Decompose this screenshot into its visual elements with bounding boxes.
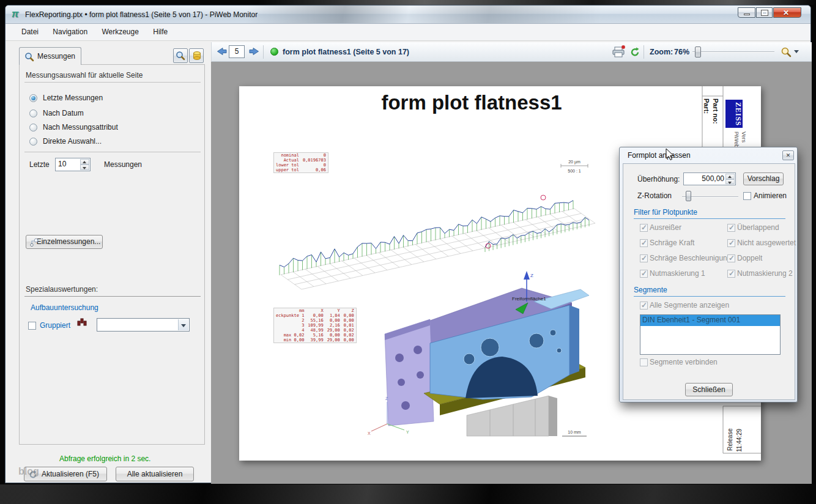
formplot-dialog[interactable]: Formplot anpassen ✕ Überhöhung: 500,00 V… [619, 147, 798, 402]
zoom-label: Zoom: [650, 48, 673, 56]
divider [24, 296, 201, 297]
grouped-checkbox[interactable] [28, 322, 36, 330]
spin-down-icon[interactable] [725, 179, 735, 185]
page-status-icon [270, 48, 278, 56]
current-page-title: form plot flatness1 (Seite 5 von 17) [283, 48, 409, 56]
database-button[interactable] [189, 48, 204, 63]
menu-datei[interactable]: Datei [15, 24, 45, 41]
maximize-icon [762, 10, 768, 15]
filter-label[interactable]: Ausreißer [650, 223, 681, 232]
spinner[interactable] [725, 174, 735, 184]
close-dialog-button[interactable]: Schließen [685, 383, 733, 396]
segment-listbox[interactable]: DIN Ebenheit1 - Segment 001 [640, 314, 781, 355]
maximize-button[interactable] [756, 7, 773, 18]
model-scale-indicator: 10 mm [562, 430, 587, 436]
tab-label: Messungen [37, 52, 75, 61]
zoom-value: 76% [674, 48, 689, 56]
filter-schraege-kraft-checkbox[interactable] [640, 239, 648, 247]
radio-nach-messungsattribut[interactable] [29, 124, 37, 132]
title-bar[interactable]: π FlexReporting.ptx • form plot flatness… [6, 6, 810, 24]
segment-list-item[interactable]: DIN Ebenheit1 - Segment 001 [640, 315, 780, 326]
radio-label-nach-messungsattribut[interactable]: Nach Messungsattribut [43, 123, 118, 132]
spinner[interactable] [80, 159, 89, 170]
close-icon: ✕ [786, 152, 791, 158]
filter-ausreisser-checkbox[interactable] [640, 224, 648, 232]
dialog-close-button[interactable]: ✕ [782, 150, 794, 160]
svg-text:Y: Y [406, 430, 409, 434]
single-measurements-button[interactable]: Einzelmessungen... [26, 235, 103, 249]
filter-ueberlappend-checkbox[interactable] [727, 224, 735, 232]
frame-gloss-top [257, 0, 816, 5]
window-title: FlexReporting.ptx • form plot flatness1 … [25, 10, 258, 19]
menu-hilfe[interactable]: Hilfe [147, 24, 174, 41]
filter-nicht-ausgewertet-checkbox[interactable] [727, 239, 735, 247]
spin-up-icon[interactable] [80, 159, 89, 165]
show-all-segments-label[interactable]: Alle Segmente anzeigen [650, 301, 729, 309]
structure-analysis-link[interactable]: Aufbauuntersuchung [31, 303, 98, 312]
filter-label[interactable]: Überlappend [737, 223, 779, 232]
radio-direkte-auswahl[interactable] [29, 138, 37, 146]
filter-label[interactable]: Schräge Kraft [650, 239, 694, 247]
last-suffix-label: Messungen [104, 160, 142, 169]
divider [634, 218, 785, 219]
segments-heading: Segmente [634, 286, 667, 294]
grouped-checkbox-label[interactable]: Gruppiert [40, 321, 70, 330]
menu-werkzeuge[interactable]: Werkzeuge [95, 24, 144, 41]
menu-navigation[interactable]: Navigation [46, 24, 94, 41]
filter-nutmaskierung2-checkbox[interactable] [727, 270, 735, 278]
chevron-down-icon[interactable] [794, 50, 799, 53]
svg-text:X: X [368, 431, 371, 435]
exaggeration-input[interactable]: 500,00 [683, 172, 736, 185]
radio-label-direkte-auswahl[interactable]: Direkte Auswahl... [43, 137, 102, 146]
minimize-icon [744, 13, 750, 15]
minimize-button[interactable] [738, 7, 755, 18]
menu-bar: Datei Navigation Werkzeuge Hilfe [6, 24, 810, 41]
print-icon[interactable] [612, 45, 626, 59]
toolbar-separator [263, 45, 264, 59]
svg-text:500 : 1: 500 : 1 [568, 169, 581, 173]
previous-page-icon[interactable] [217, 47, 228, 56]
filter-label[interactable]: Nutmaskierung 2 [737, 269, 793, 278]
close-icon: ✕ [783, 9, 789, 17]
filter-label[interactable]: Nutmaskierung 1 [650, 269, 705, 278]
filter-label[interactable]: Nicht ausgewertet [737, 239, 796, 247]
connect-segments-label[interactable]: Segmente verbinden [650, 358, 718, 366]
svg-text:Z: Z [530, 273, 533, 278]
radio-nach-datum[interactable] [29, 109, 37, 117]
animate-checkbox-label[interactable]: Animieren [754, 191, 787, 200]
zoom-slider-track[interactable] [692, 51, 774, 53]
database-icon [192, 51, 202, 61]
show-all-segments-checkbox[interactable] [640, 302, 648, 309]
filter-doppelt-checkbox[interactable] [727, 254, 735, 262]
group-structure-icon [77, 318, 87, 329]
radio-label-nach-datum[interactable]: Nach Datum [43, 109, 84, 117]
last-count-input[interactable]: 10 [55, 158, 91, 171]
filter-label[interactable]: Schräge Beschleunigung [650, 254, 731, 262]
spin-down-icon[interactable] [80, 165, 89, 170]
animate-checkbox[interactable] [743, 192, 751, 200]
filter-nutmaskierung1-checkbox[interactable] [640, 270, 648, 278]
tab-messungen[interactable]: Messungen [19, 47, 81, 65]
filter-schraege-beschleunigung-checkbox[interactable] [640, 254, 648, 262]
page-number-input[interactable]: 5 [229, 45, 245, 58]
measurement-search-button[interactable] [173, 48, 188, 63]
svg-text:10 mm: 10 mm [568, 430, 581, 434]
zoom-search-icon[interactable] [781, 46, 792, 57]
close-button[interactable]: ✕ [773, 7, 801, 18]
z-rotation-slider-thumb[interactable] [686, 191, 691, 201]
grouped-dropdown[interactable] [97, 318, 190, 332]
radio-letzte-messungen[interactable] [29, 94, 37, 102]
zoom-slider-thumb[interactable] [695, 46, 701, 57]
next-page-icon[interactable] [248, 47, 259, 56]
connect-segments-checkbox[interactable] [640, 358, 648, 366]
section-title-special-evaluations: Spezialauswertungen: [26, 285, 98, 294]
refresh-page-icon[interactable] [630, 47, 640, 57]
suggestion-button[interactable]: Vorschlag [743, 172, 784, 185]
spin-up-icon[interactable] [725, 174, 735, 179]
piweb-app-icon: π [12, 9, 23, 20]
radio-label-letzte-messungen[interactable]: Letzte Messungen [43, 94, 103, 102]
refresh-all-button[interactable]: Alle aktualisieren [116, 467, 194, 481]
chevron-down-icon[interactable] [178, 319, 188, 330]
toolbar-separator [644, 45, 644, 59]
filter-label[interactable]: Doppelt [737, 254, 762, 262]
